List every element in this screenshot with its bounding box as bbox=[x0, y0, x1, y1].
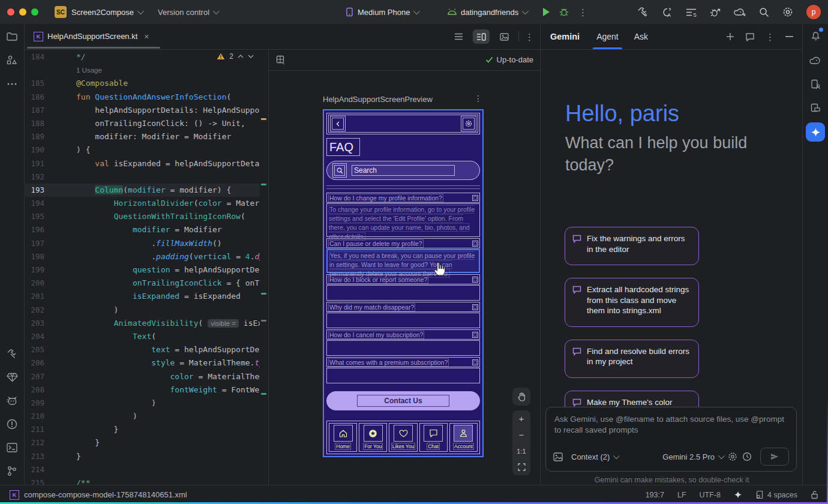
code-view-button[interactable] bbox=[450, 29, 467, 44]
code-line[interactable]: 203 AnimatedVisibility( visible = isExpa… bbox=[24, 317, 260, 330]
build-tool-button[interactable] bbox=[5, 347, 19, 361]
attach-image-icon[interactable] bbox=[553, 452, 563, 461]
project-selector[interactable]: Screen2Compose bbox=[71, 8, 142, 17]
tab-agent[interactable]: Agent bbox=[596, 24, 619, 49]
code-line[interactable]: 212 } bbox=[24, 436, 260, 449]
close-tab-icon[interactable]: × bbox=[144, 32, 149, 41]
search-icon[interactable] bbox=[759, 7, 769, 17]
prompt-settings-icon[interactable] bbox=[728, 452, 737, 461]
preview-options-icon[interactable]: ⋮ bbox=[474, 94, 482, 103]
code-line[interactable]: 201 isExpanded = isExpanded bbox=[24, 290, 260, 303]
line-ending[interactable]: LF bbox=[677, 491, 686, 499]
prev-issue-icon[interactable] bbox=[238, 55, 244, 58]
inspections-widget[interactable]: 2 bbox=[217, 52, 254, 61]
gemini-tool-button[interactable] bbox=[806, 122, 825, 142]
change-mark[interactable] bbox=[261, 184, 266, 185]
context-selector[interactable]: Context (2) bbox=[571, 452, 618, 461]
code-line[interactable]: 209 ) bbox=[24, 397, 260, 410]
code-line[interactable]: 214 bbox=[24, 463, 260, 476]
settings-icon[interactable] bbox=[782, 7, 793, 17]
status-file[interactable]: K compose-compose-model-1758748140651.xm… bbox=[10, 490, 187, 500]
wire-faq-answer[interactable]: Yes, if you need a break, you can pause … bbox=[326, 249, 480, 273]
preview-canvas[interactable]: HelpAndSupportScreenPreview ⋮ FAQ Search… bbox=[269, 71, 541, 484]
wire-faq-answer[interactable]: To change your profile information, go t… bbox=[326, 203, 480, 237]
code-line[interactable]: 194 HorizontalDivider(color = Material bbox=[24, 197, 260, 210]
suggestion-card[interactable]: Find and resolve build errors in my proj… bbox=[565, 340, 699, 378]
code-line[interactable]: 213} bbox=[24, 450, 260, 463]
code-line[interactable]: 192 bbox=[24, 170, 260, 184]
profiler-icon[interactable] bbox=[710, 7, 721, 17]
code-line[interactable]: 200 onTrailingIconClick = { onTrai bbox=[24, 277, 260, 290]
code-line[interactable]: 186fun QuestionAndAnswerInfoSection( bbox=[24, 91, 260, 104]
wire-faq-question[interactable]: Can I pause or delete my profile? bbox=[326, 238, 480, 248]
version-control-tool-button[interactable] bbox=[5, 464, 19, 478]
device-manager-tool-button[interactable] bbox=[808, 77, 823, 91]
suggestion-card[interactable]: Extract all hardcoded strings from this … bbox=[565, 278, 699, 327]
user-avatar[interactable]: p bbox=[806, 5, 821, 19]
warning-mark[interactable] bbox=[261, 118, 266, 120]
wire-expand-icon[interactable] bbox=[472, 277, 478, 283]
gemini-options-icon[interactable]: ⋮ bbox=[766, 32, 775, 41]
suggestion-card[interactable]: Fix the warnings and errors in the edito… bbox=[565, 227, 699, 265]
zoom-out-button[interactable]: − bbox=[512, 427, 530, 443]
zoom-reset-button[interactable]: 1:1 bbox=[512, 443, 530, 459]
wire-faq-question[interactable]: How do I block or report someone? bbox=[326, 274, 480, 284]
indent-setting[interactable]: 4 spaces bbox=[755, 490, 797, 499]
wire-search-bar[interactable]: Search bbox=[326, 161, 480, 180]
tab-helpandsupportscreen[interactable]: K HelpAndSupportScreen.kt × bbox=[28, 24, 155, 49]
wire-contact-button[interactable]: Contact Us bbox=[326, 391, 480, 410]
phone-preview-frame[interactable]: FAQ Search How do I change my profile in… bbox=[323, 109, 484, 457]
code-line[interactable]: 195 QuestionWithTrailingIconRow( bbox=[24, 210, 260, 223]
send-button[interactable] bbox=[760, 448, 789, 466]
todo-list-icon[interactable]: 5 bbox=[686, 8, 697, 17]
file-encoding[interactable]: UTF-8 bbox=[700, 491, 721, 499]
caret-position[interactable]: 193:7 bbox=[646, 491, 664, 499]
vcs-selector[interactable]: Version control bbox=[158, 8, 218, 17]
layout-inspector-tool-button[interactable] bbox=[808, 101, 823, 115]
code-line[interactable]: 196 modifier = Modifier bbox=[24, 223, 260, 236]
code-line[interactable]: 188 onTrailingIconClick: () -> Unit, bbox=[24, 117, 260, 130]
code-line[interactable]: 202 ) bbox=[24, 304, 260, 317]
close-window-button[interactable] bbox=[7, 8, 14, 16]
maximize-window-button[interactable] bbox=[31, 8, 38, 16]
app-quality-insights-tool-button[interactable] bbox=[5, 370, 19, 385]
history-icon[interactable] bbox=[742, 452, 752, 461]
split-view-button[interactable] bbox=[473, 29, 490, 44]
more-run-options-icon[interactable]: ⋮ bbox=[578, 8, 587, 17]
run-configuration-selector[interactable]: datingandfriends bbox=[447, 8, 527, 17]
code-line[interactable]: 207 color = MaterialTheme. bbox=[24, 370, 260, 383]
lock-icon[interactable] bbox=[811, 490, 818, 499]
wire-nav-item-likes-you[interactable]: Likes You bbox=[389, 423, 417, 452]
code-line[interactable]: 189 modifier: Modifier = Modifier bbox=[24, 130, 260, 143]
tab-scrollbar[interactable] bbox=[27, 47, 160, 49]
new-chat-icon[interactable] bbox=[726, 32, 734, 41]
wire-nav-item-for-you[interactable]: For You bbox=[359, 423, 387, 452]
problems-tool-button[interactable] bbox=[5, 417, 19, 431]
code-line[interactable]: 205 text = helpAndSupportDetai bbox=[24, 343, 260, 356]
gradle-tool-button[interactable] bbox=[808, 53, 823, 67]
model-selector[interactable]: Gemini 2.5 Pro bbox=[662, 452, 723, 461]
code-line[interactable]: 208 fontWeight = FontWeigh bbox=[24, 383, 260, 397]
code-with-me-icon[interactable]: A bbox=[661, 7, 673, 17]
code-line[interactable]: 199 question = helpAndSupportDetai bbox=[24, 263, 260, 277]
wire-expand-icon[interactable] bbox=[472, 332, 478, 338]
wire-nav-item-account[interactable]: Account bbox=[449, 423, 478, 452]
code-line[interactable]: 190) { bbox=[24, 143, 260, 157]
gradle-sync-icon[interactable] bbox=[734, 7, 746, 17]
prompt-input[interactable]: Ask Gemini, use @filename to attach sour… bbox=[545, 407, 797, 472]
build-icon[interactable] bbox=[637, 7, 648, 17]
code-line[interactable]: 211 } bbox=[24, 423, 260, 436]
wire-faq-question[interactable]: How do I cancel my subscription? bbox=[326, 329, 480, 340]
code-line[interactable]: 206 style = MaterialTheme.typo bbox=[24, 356, 260, 370]
change-mark[interactable] bbox=[261, 393, 266, 395]
project-tool-button[interactable] bbox=[5, 29, 19, 43]
editor-scrollbar[interactable] bbox=[260, 49, 268, 485]
chat-history-icon[interactable] bbox=[745, 32, 755, 41]
code-line[interactable]: 204 Text( bbox=[24, 330, 260, 343]
editor-options-icon[interactable]: ⋮ bbox=[525, 32, 534, 41]
wire-faq-question[interactable]: Why did my match disappear? bbox=[326, 302, 480, 312]
next-issue-icon[interactable] bbox=[248, 55, 254, 58]
minimize-window-button[interactable] bbox=[19, 8, 26, 16]
code-editor[interactable]: 184*/1 Usage185@Composable186fun Questio… bbox=[24, 49, 260, 485]
code-line[interactable]: 191 val isExpanded = helpAndSupportDetai… bbox=[24, 157, 260, 170]
